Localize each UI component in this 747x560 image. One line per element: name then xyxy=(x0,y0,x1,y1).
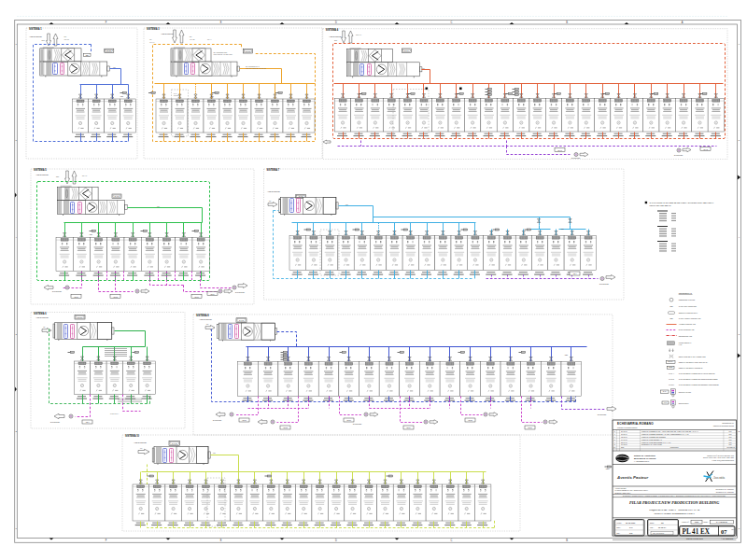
svg-text:VE-5.1: VE-5.1 xyxy=(74,297,78,298)
svg-text:07: 07 xyxy=(721,528,727,535)
svg-text:Revisado por: Revisado por xyxy=(726,446,735,448)
svg-text:AIRE EXTERIOR: AIRE EXTERIOR xyxy=(35,316,49,318)
svg-text:IMP: IMP xyxy=(113,67,116,68)
svg-text:PERSIANA DE REGULACION EN BY: PERSIANA DE REGULACION EN BY xyxy=(679,367,703,369)
svg-text:Rev: Rev xyxy=(732,529,735,530)
svg-text:Escal.:: Escal.: xyxy=(650,522,655,524)
svg-text:CAJ 4: CAJ 4 xyxy=(404,49,409,51)
svg-text:CAJ 10: CAJ 10 xyxy=(172,442,177,444)
svg-text:8: 8 xyxy=(614,430,615,432)
svg-text:Consultores en: Consultores en xyxy=(722,422,734,424)
svg-text:E: E xyxy=(220,539,222,542)
svg-text:CANT. DE RENOVACIONES POR NECE: CANT. DE RENOVACIONES POR NECESIDAD DE P… xyxy=(679,384,719,385)
svg-text:EXPULSION: EXPULSION xyxy=(235,291,245,293)
svg-text:CAJ 3: CAJ 3 xyxy=(246,50,250,52)
svg-text:IMP: IMP xyxy=(345,204,348,205)
svg-text:+RE7: +RE7 xyxy=(560,229,564,230)
svg-text:Aventis: Aventis xyxy=(713,475,726,480)
svg-text:(MAN-R): (MAN-R) xyxy=(669,384,674,385)
svg-text:EXPULSION: EXPULSION xyxy=(50,421,60,423)
svg-text:rev: rev xyxy=(613,447,615,448)
svg-text:Ingeniería Termomecánica: Ingeniería Termomecánica xyxy=(713,425,735,427)
svg-text:© CLASSEMENT: © CLASSEMENT xyxy=(721,538,733,539)
svg-text:Modificación: Modificación xyxy=(670,447,679,448)
svg-text:1970 (AL): 1970 (AL) xyxy=(356,34,362,35)
svg-text:ECHEVARRIA-ROMANO: ECHEVARRIA-ROMANO xyxy=(617,422,654,426)
svg-text:450: 450 xyxy=(43,327,46,328)
svg-text:CAJ 8: CAJ 8 xyxy=(239,319,244,321)
svg-text:03-08-04: 03-08-04 xyxy=(621,436,627,438)
svg-text:Esc.:: Esc.: xyxy=(617,532,621,534)
svg-text:ESQUEMAS DE AIRE 7 - SISTEMAS: ESQUEMAS DE AIRE 7 - SISTEMAS 7 AL 10 xyxy=(648,509,700,511)
svg-text:870 (AL): 870 (AL) xyxy=(82,175,88,176)
svg-text:EXPULSION: EXPULSION xyxy=(674,155,684,156)
svg-text:870: 870 xyxy=(269,201,272,202)
svg-text:400: 400 xyxy=(149,39,152,40)
svg-text:EQUIPO FAN COIL: EQUIPO FAN COIL xyxy=(679,391,692,393)
svg-text:+RE5: +RE5 xyxy=(89,234,92,235)
svg-text:11-08-04: 11-08-04 xyxy=(621,433,627,435)
svg-text:IMP: IMP xyxy=(422,68,425,69)
svg-text:CTA 3600x2600 W/BY: CTA 3600x2600 W/BY xyxy=(214,51,228,53)
svg-text:AIRE EXTERIOR: AIRE EXTERIOR xyxy=(199,318,213,320)
svg-text:CANT. DE RENOVACIONES POR COND: CANT. DE RENOVACIONES POR CONDICION DE D… xyxy=(679,378,719,380)
svg-text:13900 m3/h P.E. 410 RET. 30/: 13900 m3/h P.E. 410 RET. 30/20 xyxy=(214,54,233,55)
svg-text:C.M.: C.M. xyxy=(728,433,732,435)
svg-text:RETORNO DE AIRE: RETORNO DE AIRE xyxy=(679,335,692,337)
svg-text:EXPULSION: EXPULSION xyxy=(571,158,581,159)
svg-text:PILAR PROJECT-NEW PRODUCTION B: PILAR PROJECT-NEW PRODUCTION BUILDING xyxy=(629,500,720,505)
svg-text:PL 41 EX: PL 41 EX xyxy=(683,528,711,536)
svg-text:CAUDAL DE AIRE EN m3/h: CAUDAL DE AIRE EN m3/h xyxy=(679,305,697,307)
svg-text:AIRE EXTERIOR: AIRE EXTERIOR xyxy=(329,35,343,37)
svg-text:A: A xyxy=(682,21,684,24)
svg-text:D: D xyxy=(335,539,337,542)
svg-text:6: 6 xyxy=(614,436,615,438)
svg-text:Aventis (Privada): Aventis (Privada) xyxy=(615,487,627,489)
svg-text:SISTEMA 5: SISTEMA 5 xyxy=(34,168,47,172)
svg-text:16-03-04: 16-03-04 xyxy=(621,443,627,445)
svg-text:FILTRO TERMINAL: FILTRO TERMINAL xyxy=(679,342,692,343)
svg-text:VE-8.5: VE-8.5 xyxy=(468,420,472,421)
svg-text:C.M.: C.M. xyxy=(728,439,732,441)
svg-text:Archivo nº: Archivo nº xyxy=(682,521,689,523)
svg-text:AIRE EXTERIOR: AIRE EXTERIOR xyxy=(29,35,43,37)
svg-text:C. LLORENS: C. LLORENS xyxy=(716,521,728,523)
svg-text:SISTEMA 1: SISTEMA 1 xyxy=(29,27,42,31)
svg-text:B: B xyxy=(566,21,568,24)
svg-text:VE-6: VE-6 xyxy=(86,422,90,423)
svg-text:Fecha:: Fecha: xyxy=(617,522,623,524)
svg-text:FUTURA: FUTURA xyxy=(174,94,179,96)
svg-text:Dibu.:: Dibu.: xyxy=(617,526,622,528)
svg-text:INSTALACION TERMOMECANICA: INSTALACION TERMOMECANICA xyxy=(653,512,695,515)
svg-text:IMP: IMP xyxy=(157,206,160,207)
svg-text:28-06-04: 28-06-04 xyxy=(621,441,627,443)
svg-text:CAJ 5: CAJ 5 xyxy=(115,195,120,197)
svg-text:C: C xyxy=(451,539,453,542)
svg-text:EQUIPO SPLIT: EQUIPO SPLIT xyxy=(679,403,689,404)
svg-text:28-08-2003: 28-08-2003 xyxy=(625,522,636,524)
svg-text:REGULADOR DE CAUDAL CONSTANTE: REGULADOR DE CAUDAL CONSTANTE xyxy=(679,356,706,357)
svg-text:870: 870 xyxy=(206,324,209,325)
svg-text:SISTEMA 7: SISTEMA 7 xyxy=(267,168,280,172)
svg-text:VE-5.2: VE-5.2 xyxy=(113,297,118,298)
svg-text:MODIFICACION SISTEMA 8.: MODIFICACION SISTEMA 8. xyxy=(641,439,663,441)
svg-text:ALIMENTACION DE AIRE: ALIMENTACION DE AIRE xyxy=(679,323,696,325)
svg-text:SISTEMA 4: SISTEMA 4 xyxy=(326,28,339,32)
svg-text:D: D xyxy=(335,21,337,24)
svg-text:SISTEMA 3: SISTEMA 3 xyxy=(147,27,160,31)
svg-text:(MAN-A): (MAN-A) xyxy=(669,372,674,374)
svg-text:EL USO QUE LA PROPIEDAD EXCLUY: EL USO QUE LA PROPIEDAD EXCLUYA O DERECH… xyxy=(623,495,726,497)
svg-text:1500: 1500 xyxy=(42,40,46,41)
svg-text:VE-4.2: VE-4.2 xyxy=(703,149,708,150)
svg-text:+RE10: +RE10 xyxy=(605,469,610,469)
svg-text:EXPULSION: EXPULSION xyxy=(52,290,62,292)
svg-text:(CAJ. 3B): (CAJ. 3B) xyxy=(190,38,195,40)
svg-text:26-08-04: 26-08-04 xyxy=(621,430,627,432)
svg-text:(CAJ. 3A): (CAJ. 3A) xyxy=(149,41,155,43)
svg-text:VE-8.2: VE-8.2 xyxy=(283,427,288,428)
svg-text:CAJ 1: CAJ 1 xyxy=(106,49,111,51)
svg-text:BUENOS AIRES (1754): BUENOS AIRES (1754) xyxy=(615,492,631,494)
svg-text:(600 ext): (600 ext) xyxy=(64,38,70,40)
svg-text:SISTEMA 6: SISTEMA 6 xyxy=(34,312,47,315)
svg-text:CAUDAL EXHA: CAUDAL EXHA xyxy=(110,413,119,414)
